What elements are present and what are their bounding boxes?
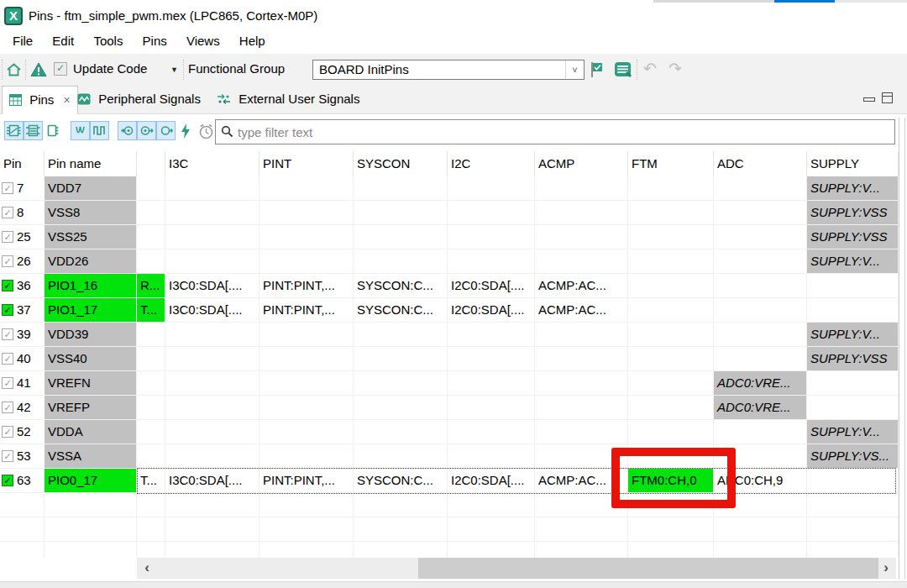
column-header-pin[interactable]: Pin <box>0 151 45 176</box>
column-header-supply[interactable]: SUPPLY <box>807 151 899 176</box>
signal-cell-pint[interactable] <box>260 176 354 201</box>
signal-cell-pint[interactable]: PINT:PINT,... <box>260 469 354 493</box>
pin-checkbox[interactable]: ✓ <box>2 426 13 438</box>
signal-cell-pint[interactable] <box>260 396 354 420</box>
signal-cell-i3c[interactable] <box>165 347 260 371</box>
signal-cell-acmp[interactable]: ACMP:AC... <box>535 469 628 493</box>
signal-cell-supply[interactable]: SUPPLY:VS... <box>807 444 899 469</box>
update-code-dropdown-icon[interactable]: ▼ <box>170 66 178 74</box>
combo-chevron-icon[interactable]: ˅ <box>565 60 584 79</box>
column-header-type[interactable] <box>137 151 165 176</box>
table-row-pin-52[interactable]: ✓52VDDASUPPLY:V... <box>0 420 899 444</box>
signal-cell-pint[interactable] <box>260 371 354 396</box>
pin-checkbox[interactable]: ✓ <box>2 377 13 389</box>
signal-cell-i2c[interactable] <box>448 176 535 201</box>
pin-cell[interactable]: ✓53 <box>0 444 45 469</box>
pin-cell[interactable]: ✓7 <box>0 176 45 201</box>
functional-group-select[interactable]: BOARD InitPins ˅ <box>312 60 585 80</box>
signal-cell-type[interactable] <box>137 420 165 444</box>
signal-cell-ftm[interactable] <box>628 347 714 371</box>
signal-cell-syscon[interactable] <box>354 323 448 347</box>
table-row-pin-37[interactable]: ✓37PIO1_17T...I3C0:SDA[....PINT:PINT,...… <box>0 298 899 323</box>
signal-cell-acmp[interactable] <box>535 396 628 420</box>
update-code-button[interactable]: Update Code <box>73 61 147 76</box>
table-row-pin-42[interactable]: ✓42VREFPADC0:VRE... <box>0 396 899 420</box>
signal-cell-acmp[interactable] <box>535 201 628 225</box>
signal-cell-type[interactable] <box>137 347 165 371</box>
column-header-syscon[interactable]: SYSCON <box>354 151 448 176</box>
scroll-left-icon[interactable]: ‹ <box>139 558 155 579</box>
signal-cell-adc[interactable] <box>714 176 807 201</box>
power-filter-button[interactable] <box>178 121 193 140</box>
pin-cell[interactable]: ✓8 <box>0 201 45 225</box>
signal-cell-syscon[interactable]: SYSCON:C... <box>354 274 448 298</box>
pin-cell[interactable]: ✓42 <box>0 396 45 420</box>
signal-cell-supply[interactable] <box>807 396 899 420</box>
column-header-adc[interactable]: ADC <box>714 151 807 176</box>
table-row-pin-41[interactable]: ✓41VREFNADC0:VRE... <box>0 371 899 396</box>
menu-file[interactable]: File <box>7 30 39 48</box>
signal-cell-type[interactable]: T... <box>137 298 165 323</box>
pin-name-cell[interactable]: VSS40 <box>45 347 137 371</box>
signal-cell-i2c[interactable] <box>448 225 535 249</box>
redo-button[interactable]: ↷ <box>668 59 682 78</box>
signal-cell-acmp[interactable] <box>535 420 628 444</box>
signal-cell-pint[interactable] <box>260 420 354 444</box>
pin-name-cell[interactable]: PIO1_17 <box>45 298 137 323</box>
signal-cell-adc[interactable] <box>714 201 807 225</box>
signal-cell-adc[interactable] <box>714 225 807 249</box>
pin-name-cell[interactable]: VREFP <box>45 396 137 420</box>
menu-pins[interactable]: Pins <box>137 30 173 48</box>
pin-checkbox[interactable]: ✓ <box>2 207 13 218</box>
signal-cell-i2c[interactable] <box>448 323 535 347</box>
pin-name-cell[interactable]: VDD26 <box>45 249 137 274</box>
pin-name-cell[interactable]: VSS8 <box>45 201 137 225</box>
signal-cell-i3c[interactable] <box>165 420 260 444</box>
table-row-pin-36[interactable]: ✓36PIO1_16R...I3C0:SDA[....PINT:PINT,...… <box>0 274 899 298</box>
pin-checkbox[interactable]: ✓ <box>2 450 13 462</box>
signal-cell-i2c[interactable] <box>448 347 535 371</box>
signal-cell-supply[interactable] <box>807 298 899 323</box>
signal-cell-pint[interactable] <box>260 249 354 274</box>
signal-cell-type[interactable] <box>137 225 165 249</box>
signal-cell-supply[interactable]: SUPPLY:V... <box>807 420 899 444</box>
signal-cell-type[interactable] <box>137 201 165 225</box>
signal-cell-ftm[interactable] <box>628 323 714 347</box>
signal-cell-syscon[interactable] <box>354 396 448 420</box>
signal-cell-i2c[interactable]: I2C0:SDA[.... <box>448 469 535 493</box>
signal-cell-adc[interactable] <box>714 298 807 323</box>
registers-log-button[interactable] <box>614 61 632 81</box>
signal-cell-pint[interactable] <box>260 444 354 469</box>
pin-name-cell[interactable]: VSSA <box>45 444 137 469</box>
signal-cell-i2c[interactable] <box>448 420 535 444</box>
vertical-scrollbar[interactable] <box>899 118 905 579</box>
signal-cell-ftm[interactable] <box>628 298 714 323</box>
signal-cell-acmp[interactable] <box>535 371 628 396</box>
signal-cell-ftm[interactable] <box>628 396 714 420</box>
minimize-view-button[interactable] <box>863 97 875 102</box>
pin-cell[interactable]: ✓63 <box>0 469 45 493</box>
signal-cell-i3c[interactable] <box>165 249 260 274</box>
signal-cell-adc[interactable] <box>714 444 807 469</box>
signal-cell-acmp[interactable] <box>535 323 628 347</box>
pin-checkbox[interactable]: ✓ <box>2 280 13 291</box>
signal-cell-acmp[interactable]: ACMP:AC... <box>535 298 628 323</box>
signal-cell-supply[interactable] <box>807 469 899 493</box>
signal-cell-i2c[interactable] <box>448 249 535 274</box>
scroll-right-icon[interactable]: › <box>878 558 894 579</box>
signal-cell-syscon[interactable] <box>354 176 448 201</box>
signal-cell-i3c[interactable] <box>165 225 260 249</box>
signal-cell-adc[interactable]: ADC0:VRE... <box>714 396 807 420</box>
signal-cell-pint[interactable]: PINT:PINT,... <box>260 298 354 323</box>
filter-input-pins-button[interactable] <box>118 121 137 140</box>
pin-cell[interactable]: ✓52 <box>0 420 45 444</box>
timer-button[interactable] <box>197 121 215 140</box>
signal-cell-syscon[interactable]: SYSCON:C... <box>354 298 448 323</box>
signal-cell-acmp[interactable] <box>535 225 628 249</box>
pin-checkbox[interactable]: ✓ <box>2 255 13 267</box>
menu-views[interactable]: Views <box>181 30 226 48</box>
menu-tools[interactable]: Tools <box>87 30 128 48</box>
pin-name-cell[interactable]: VSS25 <box>45 225 137 249</box>
signal-cell-i2c[interactable] <box>448 396 535 420</box>
signal-cell-i3c[interactable] <box>165 201 260 225</box>
